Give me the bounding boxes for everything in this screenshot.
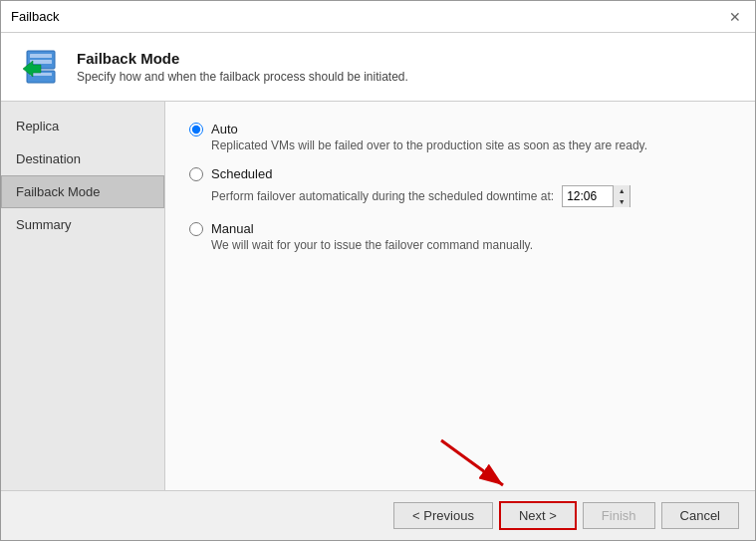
spinner-down-button[interactable]: ▼ (614, 196, 630, 207)
time-spinner[interactable]: ▲ ▼ (562, 185, 630, 207)
spinner-buttons: ▲ ▼ (613, 185, 630, 207)
manual-title: Manual (211, 221, 254, 236)
failback-icon (17, 43, 65, 91)
sidebar-item-destination[interactable]: Destination (1, 142, 164, 175)
close-button[interactable]: ✕ (725, 7, 745, 27)
scheduled-time-row: Perform failover automatically during th… (211, 185, 731, 207)
manual-option: Manual We will wait for your to issue th… (189, 221, 731, 252)
scheduled-description: Perform failover automatically during th… (211, 189, 554, 203)
cancel-button[interactable]: Cancel (661, 502, 739, 529)
sidebar: Replica Destination Failback Mode Summar… (1, 102, 165, 490)
header-section: Failback Mode Specify how and when the f… (1, 33, 755, 102)
auto-title: Auto (211, 122, 238, 136)
scheduled-radio[interactable] (189, 167, 203, 181)
scheduled-option: Scheduled Perform failover automatically… (189, 166, 731, 207)
radio-group: Auto Replicated VMs will be failed over … (189, 122, 731, 252)
spinner-up-button[interactable]: ▲ (614, 185, 630, 196)
finish-button[interactable]: Finish (583, 502, 655, 529)
dialog: Failback ✕ Failback Mode Specify how and… (0, 0, 756, 541)
auto-label-row: Auto (189, 122, 731, 136)
auto-option: Auto Replicated VMs will be failed over … (189, 122, 731, 152)
manual-radio[interactable] (189, 222, 203, 236)
auto-radio[interactable] (189, 123, 203, 136)
next-button[interactable]: Next > (499, 501, 577, 530)
svg-rect-2 (30, 54, 52, 58)
sidebar-item-failback-mode[interactable]: Failback Mode (1, 175, 164, 208)
sidebar-item-summary[interactable]: Summary (1, 208, 164, 241)
manual-label-row: Manual (189, 221, 731, 236)
svg-rect-3 (30, 60, 52, 64)
svg-rect-4 (30, 73, 52, 76)
time-input[interactable] (563, 186, 613, 206)
scheduled-title: Scheduled (211, 166, 272, 181)
header-text: Failback Mode Specify how and when the f… (77, 50, 408, 84)
main-content: Auto Replicated VMs will be failed over … (165, 102, 755, 490)
scheduled-label-row: Scheduled (189, 166, 731, 181)
sidebar-item-replica[interactable]: Replica (1, 110, 164, 142)
title-bar-left: Failback (11, 9, 59, 24)
title-bar: Failback ✕ (1, 1, 755, 33)
manual-description: We will wait for your to issue the failo… (211, 238, 731, 252)
auto-description: Replicated VMs will be failed over to th… (211, 138, 731, 152)
content-area: Replica Destination Failback Mode Summar… (1, 102, 755, 490)
footer: < Previous Next > Finish Cancel (1, 490, 755, 540)
header-description: Specify how and when the failback proces… (77, 70, 408, 84)
previous-button[interactable]: < Previous (393, 502, 493, 529)
header-title: Failback Mode (77, 50, 408, 67)
dialog-title: Failback (11, 9, 59, 24)
